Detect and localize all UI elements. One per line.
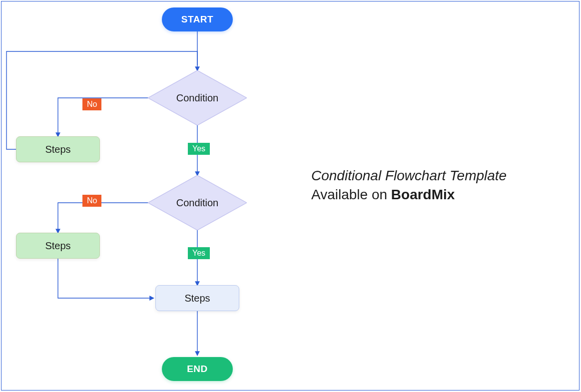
yes-badge-2: Yes: [188, 247, 210, 259]
caption-brand: BoardMix: [391, 187, 455, 202]
end-node: END: [162, 357, 233, 381]
start-node: START: [162, 7, 233, 31]
no-badge-1: No: [82, 98, 101, 110]
caption: Conditional Flowchart Template Available…: [311, 166, 507, 204]
decision-1: Condition: [148, 70, 247, 125]
steps-2: Steps: [16, 233, 100, 259]
caption-title: Conditional Flowchart Template: [311, 166, 507, 185]
yes-badge-1: Yes: [188, 143, 210, 155]
decision-2-label: Condition: [148, 175, 247, 230]
no-badge-2: No: [82, 195, 101, 207]
decision-1-label: Condition: [148, 70, 247, 125]
steps-3: Steps: [155, 285, 239, 311]
diagram-frame: START Condition No Yes Steps Condition N…: [1, 1, 580, 391]
steps-1: Steps: [16, 136, 100, 162]
caption-prefix: Available on: [311, 187, 391, 202]
caption-subtitle: Available on BoardMix: [311, 185, 507, 204]
decision-2: Condition: [148, 175, 247, 230]
